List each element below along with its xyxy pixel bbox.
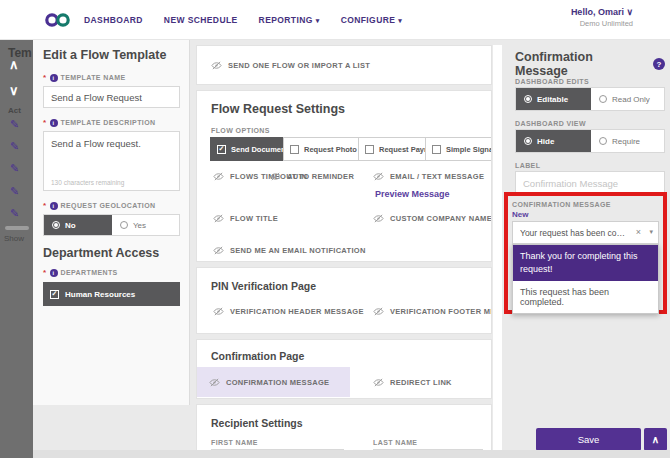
info-icon[interactable]: i: [50, 74, 58, 82]
vertical-scrollbar[interactable]: [493, 45, 502, 450]
confirmation-message-label: CONFIRMATION MESSAGE: [512, 201, 659, 208]
chevron-down-icon[interactable]: ∨: [9, 83, 19, 98]
nav-dashboard[interactable]: DASHBOARD: [84, 15, 143, 25]
horizontal-scrollbar[interactable]: [5, 226, 29, 230]
radio-unselected-icon: [599, 137, 607, 145]
verification-header-toggle[interactable]: VERIFICATION HEADER MESSAGE: [213, 306, 364, 317]
edit-icon[interactable]: ✎: [10, 207, 19, 220]
redirect-link-toggle[interactable]: REDIRECT LINK: [373, 377, 452, 388]
template-description-input[interactable]: Send a Flow request. 130 characters rema…: [43, 131, 180, 191]
required-asterisk: *: [43, 268, 47, 277]
user-menu[interactable]: Hello, Omari ∨: [571, 7, 633, 17]
confirmation-message-select[interactable]: Your request has been completed. × ▾: [512, 221, 659, 244]
radio-selected-icon: [524, 137, 532, 145]
radio-selected-icon: [52, 221, 60, 229]
panel-title: Edit a Flow Template: [43, 48, 179, 62]
first-name-label: FIRST NAME: [211, 439, 258, 446]
hidden-eye-icon: [270, 171, 281, 182]
edit-icon[interactable]: ✎: [10, 118, 19, 131]
logo-icon[interactable]: [44, 12, 72, 28]
hidden-eye-icon: [213, 306, 224, 317]
chevron-down-icon: ▾: [398, 17, 402, 24]
require-option[interactable]: Require: [591, 130, 664, 152]
required-asterisk: *: [43, 73, 47, 82]
nav-reporting[interactable]: REPORTING▾: [259, 15, 320, 25]
section-title: PIN Verification Page: [211, 280, 316, 292]
hidden-eye-icon: [373, 306, 384, 317]
hidden-eye-icon: [373, 213, 384, 224]
modal-bottom-scrollbar[interactable]: [33, 450, 670, 458]
flow-title-toggle[interactable]: FLOW TITLE: [213, 213, 278, 224]
nav-new-schedule[interactable]: NEW SCHEDULE: [164, 15, 238, 25]
chevron-up-icon[interactable]: ∧: [9, 57, 19, 72]
flow-option-send-document[interactable]: ✓Send Document: [210, 137, 284, 161]
background-show-label: Show: [4, 234, 24, 243]
geolocation-yes-option[interactable]: Yes: [112, 215, 179, 235]
app-window: Tem ∧ ∨ Act ✎ ✎ ✎ ✎ ✎ Show DASHBOARD NEW…: [0, 0, 670, 458]
edit-flow-template-modal: Edit a Flow Template *iTEMPLATE NAME *iT…: [33, 40, 670, 458]
annotation-box: CONFIRMATION MESSAGE New Your request ha…: [504, 192, 667, 314]
geolocation-no-option[interactable]: No: [44, 215, 112, 235]
panel-title: Confirmation Message: [515, 50, 645, 78]
hide-option[interactable]: Hide: [516, 130, 591, 152]
preview-message-link[interactable]: Preview Message: [375, 189, 450, 199]
info-icon[interactable]: i: [50, 202, 58, 210]
hidden-eye-icon: [213, 213, 224, 224]
select-dropdown: Thank you for completing this request! T…: [512, 244, 659, 314]
help-icon[interactable]: ?: [653, 58, 665, 70]
info-icon[interactable]: i: [50, 119, 58, 127]
hidden-eye-icon: [209, 377, 220, 388]
section-title: Confirmation Page: [211, 350, 304, 362]
auto-reminder-toggle[interactable]: AUTO REMINDER: [270, 171, 354, 182]
dashboard-edits-label: DASHBOARD EDITS: [515, 78, 589, 85]
checkbox-unchecked-icon: [432, 145, 441, 154]
checkbox-checked-icon: ✓: [217, 145, 226, 154]
verification-footer-toggle[interactable]: VERIFICATION FOOTER MESSAGE: [373, 306, 492, 317]
template-form-panel: Edit a Flow Template *iTEMPLATE NAME *iT…: [33, 40, 190, 405]
edit-icon[interactable]: ✎: [10, 185, 19, 198]
chevron-down-icon[interactable]: ▾: [649, 228, 653, 236]
email-text-message-toggle[interactable]: EMAIL / TEXT MESSAGE: [373, 171, 484, 182]
characters-remaining: 130 characters remaining: [51, 179, 124, 186]
dropdown-option[interactable]: This request has been completed.: [513, 281, 658, 313]
nav-configure[interactable]: CONFIGURE▾: [341, 15, 403, 25]
edit-icon[interactable]: ✎: [10, 140, 19, 153]
account-name: Demo Unlimited: [571, 19, 633, 28]
template-name-input[interactable]: [43, 86, 180, 108]
confirmation-message-toggle[interactable]: CONFIRMATION MESSAGE: [209, 377, 329, 388]
template-description-label: *iTEMPLATE DESCRIPTION: [43, 118, 179, 127]
email-notification-toggle[interactable]: SEND ME AN EMAIL NOTIFICATION: [213, 245, 366, 256]
chevron-up-icon: ∧: [652, 434, 659, 445]
dashboard-view-label: DASHBOARD VIEW: [515, 120, 586, 127]
departments-label: *iDEPARTMENTS: [43, 268, 179, 277]
new-link[interactable]: New: [512, 210, 659, 219]
read-only-option[interactable]: Read Only: [591, 88, 664, 110]
checkbox-checked-icon: ✓: [50, 290, 59, 299]
flow-option-request-photo[interactable]: Request Photo / File: [283, 137, 359, 161]
section-title: Recipient Settings: [211, 417, 303, 429]
top-nav: DASHBOARD NEW SCHEDULE REPORTING▾ CONFIG…: [0, 0, 670, 40]
required-asterisk: *: [43, 118, 47, 127]
save-button[interactable]: Save: [536, 428, 641, 451]
template-name-label: *iTEMPLATE NAME: [43, 73, 179, 82]
checkbox-unchecked-icon: [290, 145, 299, 154]
dashboard-edits-toggle: Editable Read Only: [515, 87, 665, 111]
hidden-eye-icon: [211, 60, 222, 71]
department-access-title: Department Access: [43, 246, 179, 260]
save-options-button[interactable]: ∧: [644, 428, 667, 451]
department-item[interactable]: ✓ Human Resources: [43, 282, 180, 306]
flow-options-group: ✓Send Document Request Photo / File Requ…: [211, 137, 492, 161]
dropdown-option-highlighted[interactable]: Thank you for completing this request!: [513, 245, 658, 281]
flow-option-simple-signature[interactable]: Simple Signature: [425, 137, 492, 161]
clear-icon[interactable]: ×: [636, 227, 641, 237]
custom-company-name-toggle[interactable]: CUSTOM COMPANY NAME: [373, 213, 492, 224]
hidden-eye-icon: [373, 377, 384, 388]
label-field-label: LABEL: [515, 162, 540, 169]
flow-option-request-payment[interactable]: Request Payment: [358, 137, 426, 161]
edit-icon[interactable]: ✎: [10, 162, 19, 175]
info-icon[interactable]: i: [50, 269, 58, 277]
select-value: Your request has been completed.: [520, 228, 628, 238]
editable-option[interactable]: Editable: [516, 88, 591, 110]
radio-unselected-icon: [599, 95, 607, 103]
send-one-flow-toggle[interactable]: SEND ONE FLOW OR IMPORT A LIST: [211, 60, 370, 71]
